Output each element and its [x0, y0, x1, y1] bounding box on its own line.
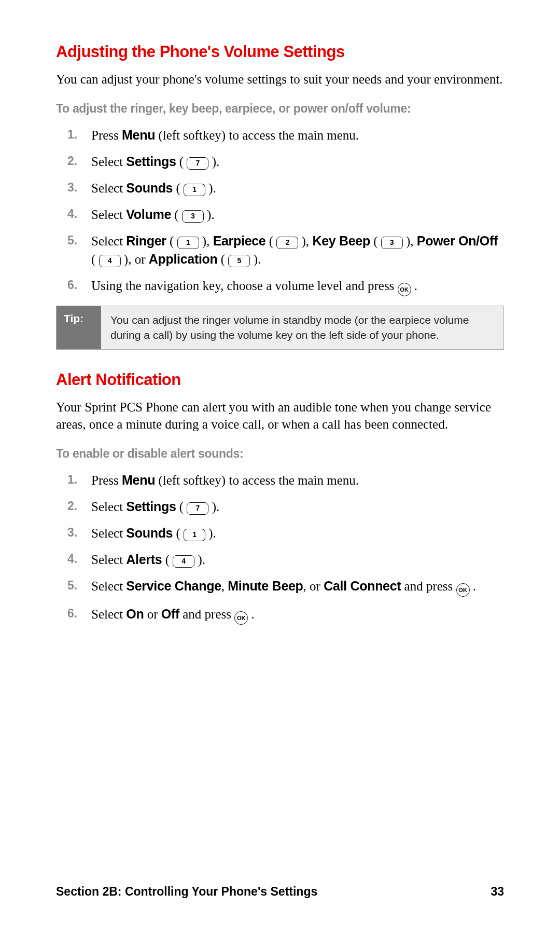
step-5: Select Service Change, Minute Beep, or C… — [56, 577, 504, 597]
steps-alert: Press Menu (left softkey) to access the … — [56, 471, 504, 625]
text: , or — [303, 579, 324, 593]
text: . — [248, 607, 255, 621]
text: ( — [176, 500, 187, 514]
text: ( — [173, 526, 184, 540]
bold-ringer: Ringer — [126, 233, 166, 248]
text: ( — [91, 252, 99, 266]
text: ), or — [121, 252, 149, 266]
text: Select — [91, 208, 126, 222]
step-2: Select Settings ( 7 ). — [56, 498, 504, 516]
footer-section: Section 2B: Controlling Your Phone's Set… — [56, 885, 317, 899]
text: ( — [176, 155, 187, 169]
page-footer: Section 2B: Controlling Your Phone's Set… — [56, 885, 504, 899]
bold-menu: Menu — [122, 128, 155, 142]
step-1: Press Menu (left softkey) to access the … — [56, 471, 504, 489]
text: Press — [91, 128, 122, 142]
ok-button-icon: OK — [234, 611, 248, 625]
text: ), — [199, 234, 213, 248]
text: ), — [298, 234, 312, 248]
keycap-1-icon: 1 — [184, 184, 205, 196]
text: or — [144, 607, 161, 621]
text: ( — [162, 553, 173, 567]
keycap-7-icon: 7 — [187, 502, 208, 515]
bold-menu: Menu — [122, 473, 155, 487]
text: Select — [91, 579, 126, 593]
bold-sounds: Sounds — [126, 526, 173, 540]
text: and press — [179, 607, 234, 621]
text: ( — [173, 181, 184, 195]
keycap-4-icon: 4 — [173, 555, 194, 568]
step-1: Press Menu (left softkey) to access the … — [56, 126, 504, 144]
step-4: Select Alerts ( 4 ). — [56, 551, 504, 569]
text: Select — [91, 500, 126, 514]
text: ). — [205, 181, 216, 195]
text: ). — [208, 500, 219, 514]
text: (left softkey) to access the main menu. — [155, 128, 359, 142]
keycap-5-icon: 5 — [228, 255, 250, 267]
bold-application: Application — [149, 252, 218, 266]
subhead-alert: To enable or disable alert sounds: — [56, 447, 504, 461]
text: ). — [204, 208, 215, 222]
footer-page-number: 33 — [491, 885, 504, 899]
step-4: Select Volume ( 3 ). — [56, 205, 504, 224]
text: (left softkey) to access the main menu. — [155, 473, 359, 487]
text: Using the navigation key, choose a volum… — [91, 279, 398, 293]
text: ). — [205, 526, 216, 540]
bold-settings: Settings — [126, 499, 176, 514]
keycap-2-icon: 2 — [276, 237, 298, 249]
bold-earpiece: Earpiece — [213, 233, 266, 248]
bold-off: Off — [161, 607, 179, 621]
step-5: Select Ringer ( 1 ), Earpiece ( 2 ), Key… — [56, 232, 504, 268]
bold-keybeep: Key Beep — [312, 233, 370, 248]
heading-alert-notification: Alert Notification — [56, 370, 504, 389]
step-3: Select Sounds ( 1 ). — [56, 524, 504, 542]
text: Select — [91, 607, 126, 621]
text: Press — [91, 473, 122, 487]
step-6: Select On or Off and press OK . — [56, 605, 504, 625]
heading-volume-settings: Adjusting the Phone's Volume Settings — [56, 43, 504, 61]
ok-button-icon: OK — [456, 583, 470, 597]
text: Select — [91, 553, 126, 567]
step-2: Select Settings ( 7 ). — [56, 153, 504, 171]
intro-volume: You can adjust your phone's volume setti… — [56, 71, 504, 88]
step-6: Using the navigation key, choose a volum… — [56, 277, 504, 296]
intro-alert: Your Sprint PCS Phone can alert you with… — [56, 399, 504, 434]
text: Select — [91, 181, 126, 195]
text: ( — [265, 234, 276, 248]
steps-volume: Press Menu (left softkey) to access the … — [56, 126, 504, 296]
ok-button-icon: OK — [398, 283, 411, 296]
text: ). — [208, 155, 219, 169]
keycap-1-icon: 1 — [184, 529, 205, 541]
bold-volume: Volume — [126, 207, 171, 222]
keycap-4-icon: 4 — [99, 255, 121, 267]
text: Select — [91, 234, 126, 248]
text: , — [221, 579, 228, 593]
text: . — [411, 279, 418, 293]
bold-sounds: Sounds — [126, 181, 173, 195]
text: ( — [171, 208, 182, 222]
keycap-7-icon: 7 — [187, 157, 208, 170]
tip-box: Tip: You can adjust the ringer volume in… — [56, 306, 504, 350]
bold-service-change: Service Change — [126, 579, 221, 593]
bold-minute-beep: Minute Beep — [228, 579, 303, 593]
text: . — [470, 579, 477, 593]
text: ). — [250, 252, 261, 266]
text: ( — [370, 234, 381, 248]
step-3: Select Sounds ( 1 ). — [56, 179, 504, 197]
keycap-3-icon: 3 — [381, 237, 403, 249]
text: ( — [218, 252, 229, 266]
keycap-1-icon: 1 — [177, 237, 199, 249]
text: ( — [166, 234, 177, 248]
text: ). — [194, 553, 205, 567]
keycap-3-icon: 3 — [182, 210, 204, 223]
text: and press — [401, 579, 456, 593]
bold-on: On — [126, 607, 144, 621]
text: ), — [403, 234, 417, 248]
bold-call-connect: Call Connect — [324, 579, 401, 593]
tip-text: You can adjust the ringer volume in stan… — [101, 306, 503, 349]
bold-alerts: Alerts — [126, 552, 162, 567]
bold-settings: Settings — [126, 154, 176, 169]
text: Select — [91, 155, 126, 169]
subhead-volume: To adjust the ringer, key beep, earpiece… — [56, 102, 504, 116]
text: Select — [91, 526, 126, 540]
